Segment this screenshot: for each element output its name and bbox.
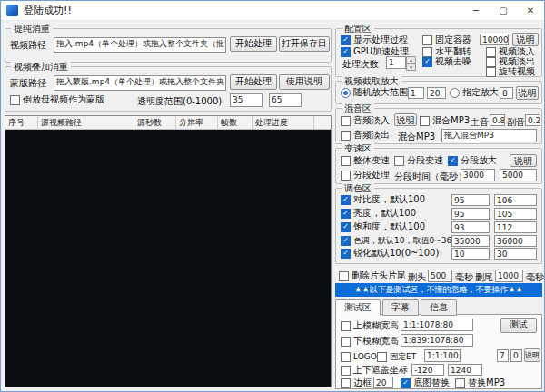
mix-mp3-checkbox[interactable]: 混合MP3 [420, 115, 470, 126]
trim-tail-input[interactable]: 1000 [495, 270, 523, 282]
segment-process-checkbox[interactable]: 分段处理 [341, 170, 390, 181]
opacity-min-input[interactable]: 35 [230, 93, 263, 107]
cover-coords-checkbox[interactable]: 上下遮盖坐标 [341, 365, 408, 376]
opacity-max-input[interactable]: 65 [269, 93, 302, 107]
sharpen-checkbox[interactable]: 锐化默认10(0~100) [341, 248, 439, 259]
test-help-button[interactable]: 说明 [524, 348, 540, 362]
col-index[interactable]: 序号 [5, 116, 38, 129]
trim-head-input[interactable]: 500 [428, 270, 452, 282]
tab-info[interactable]: 信息 [421, 299, 457, 316]
rotate-video-checkbox[interactable]: 旋转视频 [486, 66, 535, 77]
whole-speed-checkbox[interactable]: 整体变速 [341, 155, 390, 166]
segment-time-max-input[interactable]: 5000 [500, 169, 537, 181]
bottom-blur-input[interactable]: 1:839:1078:80 [401, 334, 473, 347]
fixed-et-input[interactable]: 1:1:100:100 [424, 349, 461, 362]
hue-checkbox[interactable]: 色调，默认10，取值0~36000 [341, 235, 467, 246]
mix-group-title: 混音区 [342, 103, 374, 114]
fixed-zoom-input[interactable]: 8 [500, 87, 513, 99]
close-icon[interactable]: ✕ [517, 1, 544, 20]
random-zoom-radio[interactable]: 随机放大范围 [341, 87, 408, 98]
col-source-path[interactable]: 源视频路径 [38, 116, 134, 129]
fixed-container-checkbox[interactable]: 固定容器 [422, 34, 471, 45]
segment-speed-checkbox[interactable]: 分段变速 [394, 155, 443, 166]
table-header: 序号 源视频路径 源秒数 分辨率 帧数 处理进度 [5, 116, 331, 130]
hue-min-input[interactable]: 35000 [451, 235, 490, 247]
checkbox-box-icon [341, 321, 351, 331]
speed-help-button[interactable]: 说明 [510, 154, 537, 167]
brightness-checkbox[interactable]: 亮度，默认100 [341, 208, 416, 219]
purify-group-title: 提纯消重 [11, 23, 53, 34]
cover-top-input[interactable]: -120 [411, 364, 444, 376]
audio-fade-out-checkbox[interactable]: 音频淡出 [341, 130, 390, 141]
cover-bottom-input[interactable]: 1240 [448, 364, 482, 376]
maximize-icon[interactable]: ▢ [490, 1, 517, 20]
saturation-min-input[interactable]: 93 [451, 221, 490, 233]
segment-time-min-input[interactable]: 3000 [461, 169, 495, 181]
mask-path-input[interactable]: 拖入蒙版.mp4（单个处理）或拖入整个文件夹（批量处理） [54, 75, 226, 91]
contrast-max-input[interactable]: 106 [494, 194, 537, 206]
saturation-max-input[interactable]: 112 [494, 221, 537, 233]
open-save-dir-button[interactable]: 打开保存目录 [279, 36, 330, 52]
contrast-checkbox[interactable]: 对比度，默认100 [341, 194, 425, 205]
segment-zoom-checkbox[interactable]: 分段放大 [448, 155, 497, 166]
config-help-button[interactable]: 说明 [512, 33, 539, 46]
times-spinner[interactable]: ▴ ▾ [406, 56, 416, 70]
tab-test-area[interactable]: 测试区 [335, 299, 381, 316]
bitrate-input[interactable]: 10000k [480, 34, 509, 45]
sharpen-max-input[interactable]: 30 [494, 248, 537, 260]
top-blur-input[interactable]: 1:1:1078:80 [401, 318, 473, 331]
fixed-et-checkbox[interactable]: 固定ET [377, 351, 416, 362]
reverse-mask-checkbox[interactable]: 倒放母视频作为蒙版 [10, 94, 104, 105]
random-zoom-min-input[interactable]: 1 [408, 87, 424, 99]
col-seconds[interactable]: 源秒数 [134, 116, 176, 129]
col-progress[interactable]: 处理进度 [253, 116, 314, 129]
checkbox-box-icon [341, 249, 351, 259]
border-checkbox[interactable]: 边框 [341, 377, 372, 388]
logo-checkbox[interactable]: LOGO [341, 351, 377, 362]
main-volume-input[interactable]: 0.8 [490, 114, 505, 126]
hue-max-input[interactable]: 36000 [494, 235, 537, 247]
show-process-checkbox[interactable]: 显示处理过程 [341, 34, 408, 45]
process-times-input[interactable]: 1 [386, 56, 406, 69]
mix-help-button[interactable]: 说明 [394, 113, 417, 126]
test-button[interactable]: 测试 [500, 318, 537, 333]
random-zoom-max-input[interactable]: 20 [427, 87, 446, 99]
checkbox-box-icon [486, 67, 496, 77]
mix-mp3-path-input[interactable]: 拖入混合MP3 [441, 129, 537, 142]
sharpen-min-input[interactable]: 10 [451, 248, 490, 260]
mp3-replace-checkbox[interactable]: 替换MP3 [455, 377, 505, 388]
spinner-down-icon[interactable]: ▾ [406, 64, 416, 71]
denoise-checkbox[interactable]: 视频去噪 [422, 56, 471, 67]
border-width-input[interactable]: 20 [373, 377, 393, 388]
col-frames[interactable]: 帧数 [218, 116, 253, 129]
bg-replace-checkbox[interactable]: 底图替换 [401, 377, 450, 388]
minimize-icon[interactable]: ─ [462, 1, 490, 20]
bottom-blur-checkbox[interactable]: 下模糊宽高 [341, 336, 399, 347]
speed-group-title: 变速区 [342, 142, 374, 154]
saturation-checkbox[interactable]: 饱和度，默认100 [341, 221, 425, 232]
video-path-input[interactable]: 拖入.mp4（单个处理）或拖入整个文件夹（批量处理） [54, 37, 226, 53]
capture-seconds-input-1[interactable]: 7 [497, 349, 509, 362]
capture-seconds-input-2[interactable]: 0 [510, 349, 522, 362]
checkbox-box-icon [341, 47, 351, 57]
tab-subtitles[interactable]: 字幕 [382, 299, 419, 316]
radio-circle-icon [341, 88, 351, 98]
top-blur-checkbox[interactable]: 上模糊宽高 [341, 320, 399, 331]
crop-help-button[interactable]: 说明 [516, 86, 539, 100]
trim-checkbox[interactable]: 删除片头片尾 [339, 270, 406, 281]
fixed-zoom-radio[interactable]: 指定放大 [450, 87, 499, 98]
sub-volume-input[interactable]: 0.2 [525, 114, 540, 126]
brightness-min-input[interactable]: 95 [451, 208, 490, 220]
audio-fade-in-checkbox[interactable]: 音频淡入 [341, 115, 390, 126]
contrast-min-input[interactable]: 95 [451, 194, 490, 206]
config-group-title: 配置区 [342, 23, 374, 34]
brightness-max-input[interactable]: 105 [494, 208, 537, 220]
titlebar[interactable]: 登陆成功!! ─ ▢ ✕ [1, 1, 544, 21]
overlay-manual-button[interactable]: 使用说明 [279, 74, 330, 90]
table-body[interactable] [5, 130, 331, 387]
purify-start-button[interactable]: 开始处理 [230, 36, 277, 52]
checkbox-box-icon [341, 236, 351, 246]
col-resolution[interactable]: 分辨率 [176, 116, 218, 129]
spinner-up-icon[interactable]: ▴ [406, 56, 416, 64]
overlay-start-button[interactable]: 开始处理 [230, 74, 277, 90]
